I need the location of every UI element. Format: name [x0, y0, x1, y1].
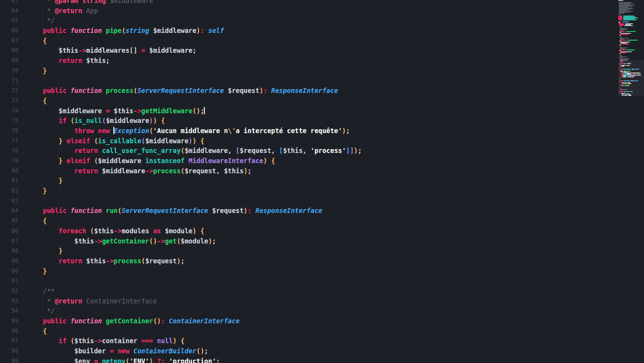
code-line[interactable]: 76 throw new Exception('Aucun middleware… [0, 126, 615, 136]
code-line[interactable]: 89 return $this->process($request); [0, 256, 615, 266]
minimap-line [623, 83, 627, 84]
minimap-line [638, 75, 640, 76]
code-line[interactable]: 82 } [0, 186, 615, 196]
code-line[interactable]: 94 */ [0, 306, 615, 316]
code-line[interactable]: 86 foreach ($this->modules as $module) { [0, 226, 615, 236]
line-number: 82 [0, 186, 27, 196]
code-line[interactable]: 91 [0, 276, 615, 286]
code-line[interactable]: 78 return call_user_func_array($middlewa… [0, 146, 615, 156]
code-line-text: { [27, 36, 615, 46]
code-line[interactable]: 65 */ [0, 15, 615, 26]
line-number: 84 [0, 206, 27, 216]
minimap-line [619, 25, 623, 26]
code-area[interactable]: 63 * @param string $middleware64 * @retu… [0, 0, 615, 363]
minimap-line [625, 80, 630, 81]
code-line[interactable]: 83 [0, 196, 615, 206]
minimap-line [622, 61, 623, 62]
code-line[interactable]: 66 public function pipe(string $middlewa… [0, 26, 615, 36]
code-line[interactable]: 67 { [0, 36, 615, 46]
line-number: 68 [0, 45, 27, 56]
code-line-text: } [27, 176, 615, 186]
code-line[interactable]: 97 if ($this->container === null) { [0, 336, 615, 346]
minimap-line [622, 76, 623, 77]
code-line-text: */ [27, 306, 615, 316]
code-line[interactable]: 99 $env = getenv('ENV') ?: 'production'; [0, 356, 615, 363]
line-number: 76 [0, 126, 27, 136]
line-number: 73 [0, 96, 27, 106]
code-line[interactable]: 77 } elseif (is_callable($middleware)) { [0, 136, 615, 146]
minimap-line [635, 69, 639, 70]
code-editor[interactable]: 63 * @param string $middleware64 * @retu… [0, 0, 644, 363]
minimap-line [621, 80, 623, 81]
line-number: 67 [0, 36, 27, 46]
code-line[interactable]: 69 return $this; [0, 56, 615, 66]
line-number: 91 [0, 276, 27, 286]
code-line-text: * @return ContainerInterface [27, 296, 615, 306]
line-number: 75 [0, 116, 27, 126]
minimap-line [625, 63, 627, 64]
code-line[interactable]: 92 /** [0, 286, 615, 296]
code-line[interactable]: 81 } [0, 176, 615, 186]
code-line-text: * @param string $middleware [27, 0, 615, 6]
minimap-line [618, 19, 622, 20]
minimap-line [620, 34, 628, 35]
minimap-line [622, 21, 629, 22]
code-line[interactable]: 98 $builder = new ContainerBuilder(); [0, 346, 615, 356]
code-line-text: $env = getenv('ENV') ?: 'production'; [27, 356, 615, 363]
code-line[interactable]: 75 if (is_null($middleware)) { [0, 116, 615, 126]
code-line[interactable]: 84 public function run(ServerRequestInte… [0, 206, 615, 216]
minimap-line [618, 14, 621, 15]
line-number: 87 [0, 236, 27, 246]
code-line[interactable]: 68 $this->middlewares[] = $middleware; [0, 45, 615, 56]
code-line[interactable]: 70 } [0, 66, 615, 76]
line-number: 96 [0, 326, 27, 336]
minimap-line [622, 89, 627, 90]
code-line-text: $middleware = $this->getMiddleware(); [27, 106, 615, 116]
line-number: 95 [0, 316, 27, 326]
code-line[interactable]: 88 } [0, 246, 615, 256]
code-line[interactable]: 87 $this->getContainer()->get($module); [0, 236, 615, 246]
code-line[interactable]: 71 [0, 76, 615, 86]
minimap-line [623, 76, 626, 77]
minimap-line [627, 40, 638, 41]
minimap-line [619, 45, 621, 45]
code-line-text: if ($this->container === null) { [27, 336, 615, 346]
code-line-text: } [27, 266, 615, 276]
code-line[interactable]: 80 return $middleware->process($request,… [0, 166, 615, 176]
code-line[interactable]: 64 * @return App [0, 6, 615, 16]
minimap-line [620, 52, 626, 53]
code-line[interactable]: 93 * @return ContainerInterface [0, 296, 615, 306]
code-line-text [27, 276, 615, 286]
minimap-line [629, 65, 630, 66]
line-number: 89 [0, 256, 27, 266]
minimap-line [620, 61, 622, 62]
code-line-text: } elseif ($middleware instanceof Middlew… [27, 156, 615, 166]
code-line-text: } [27, 246, 615, 256]
code-line-text: $this->getContainer()->get($module); [27, 236, 615, 246]
code-line[interactable]: 74 $middleware = $this->getMiddleware(); [0, 106, 615, 116]
minimap-line [620, 85, 622, 86]
minimap[interactable] [618, 0, 644, 363]
code-line-text [27, 76, 615, 86]
line-number: 70 [0, 66, 27, 76]
line-number: 97 [0, 336, 27, 346]
line-number: 98 [0, 346, 27, 356]
code-line[interactable]: 95 public function getContainer(): Conta… [0, 316, 615, 326]
minimap-line [624, 25, 633, 26]
line-number: 92 [0, 286, 27, 296]
code-line[interactable]: 85 { [0, 216, 615, 226]
code-line-text: } elseif (is_callable($middleware)) { [27, 136, 615, 146]
code-line[interactable]: 90 } [0, 266, 615, 276]
code-line[interactable]: 63 * @param string $middleware [0, 0, 615, 6]
line-number: 85 [0, 216, 27, 226]
code-line[interactable]: 72 public function process(ServerRequest… [0, 86, 615, 96]
code-line-text: public function process(ServerRequestInt… [27, 86, 615, 96]
code-line[interactable]: 96 { [0, 326, 615, 336]
line-number: 80 [0, 166, 27, 176]
line-number: 77 [0, 136, 27, 146]
line-number: 88 [0, 246, 27, 256]
code-line[interactable]: 73 { [0, 96, 615, 106]
minimap-line [626, 69, 631, 70]
code-line[interactable]: 79 } elseif ($middleware instanceof Midd… [0, 156, 615, 166]
line-number: 79 [0, 156, 27, 166]
